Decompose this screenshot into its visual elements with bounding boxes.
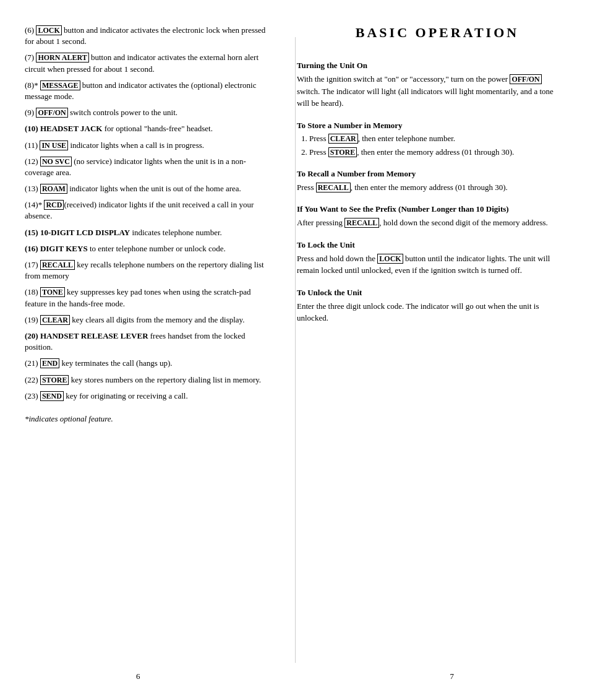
item-number: (17) — [25, 260, 40, 269]
list-item: (14)* RCD(received) indicator lights if … — [25, 199, 272, 222]
key-badge: SEND — [40, 391, 64, 401]
section-store-memory: To Store a Number in MemoryPress CLEAR, … — [297, 121, 565, 158]
list-item: (15) 10-DIGIT LCD DISPLAY indicates tele… — [25, 227, 272, 238]
key-badge: RCD — [44, 200, 64, 210]
section-lock: To Lock the UnitPress and hold down the … — [297, 240, 565, 277]
list-item: (23) SEND key for originating or receivi… — [25, 391, 272, 402]
section-heading: To Lock the Unit — [297, 240, 565, 250]
page-number-right: 7 — [450, 672, 455, 681]
section-body: Enter the three digit unlock code. The i… — [297, 300, 565, 324]
item-text: to enter telephone number or unlock code… — [88, 244, 226, 253]
item-text: key for originating or receiving a call. — [64, 391, 188, 400]
item-number: (12) — [25, 157, 40, 166]
section-body: After pressing RECALL, hold down the sec… — [297, 217, 565, 229]
list-item: (6) LOCK button and indicator activates … — [25, 25, 272, 47]
list-item: (7) HORN ALERT button and indicator acti… — [25, 52, 272, 74]
item-bold-label: DIGIT KEYS — [40, 244, 88, 253]
key-badge: LOCK — [36, 25, 61, 35]
key-badge: MESSAGE — [40, 80, 80, 90]
items-list: (6) LOCK button and indicator activates … — [25, 25, 272, 402]
key-badge: STORE — [40, 375, 69, 385]
item-bold-label: HANDSET RELEASE LEVER — [40, 331, 148, 340]
key-badge: RECALL — [40, 260, 75, 270]
item-bold-label: HEADSET JACK — [40, 124, 103, 133]
item-text: indicator lights when the unit is out of… — [67, 184, 241, 193]
item-number: (15) — [25, 228, 40, 237]
list-item: (12) NO SVC (no service) indicator light… — [25, 156, 272, 178]
right-column: Turning the Unit OnWith the ignition swi… — [284, 0, 590, 700]
list-item: (21) END key terminates the call (hangs … — [25, 358, 272, 369]
left-column: (6) LOCK button and indicator activates … — [0, 0, 284, 700]
steps-list: Press CLEAR, then enter telephone number… — [309, 133, 565, 158]
section-heading: To Store a Number in Memory — [297, 121, 565, 131]
section-body: Press and hold down the LOCK button unti… — [297, 253, 565, 277]
key-badge: TONE — [40, 287, 65, 297]
item-text: indicator lights when a call is in progr… — [68, 140, 204, 150]
item-number: (6) — [25, 25, 36, 35]
item-text: switch controls power to the unit. — [68, 108, 177, 117]
item-number: (18) — [25, 287, 40, 296]
section-body: Press RECALL, then enter the memory addr… — [297, 181, 565, 194]
section-heading: To Unlock the Unit — [297, 288, 565, 298]
section-heading: To Recall a Number from Memory — [297, 169, 565, 179]
sections-list: Turning the Unit OnWith the ignition swi… — [297, 61, 565, 324]
section-turning-on: Turning the Unit OnWith the ignition swi… — [297, 61, 565, 110]
item-number: (7) — [25, 53, 36, 62]
step-item: Press CLEAR, then enter telephone number… — [309, 133, 565, 144]
key-badge: OFF/ON — [36, 108, 67, 118]
key-badge: END — [40, 358, 59, 368]
list-item: (9) OFF/ON switch controls power to the … — [25, 107, 272, 118]
key-badge: CLEAR — [40, 315, 70, 325]
item-number: (22) — [25, 375, 40, 384]
key-badge: RECALL — [344, 218, 379, 228]
item-number: (11) — [25, 140, 40, 150]
step-item: Press STORE, then enter the memory addre… — [309, 147, 565, 158]
list-item: (22) STORE key stores numbers on the rep… — [25, 374, 272, 386]
section-body: With the ignition switch at "on" or "acc… — [297, 73, 565, 110]
item-number: (14)* — [25, 200, 44, 209]
item-text: indicates telephone number. — [130, 228, 222, 237]
list-item: (11) IN USE indicator lights when a call… — [25, 140, 272, 151]
item-number: (16) — [25, 244, 40, 253]
item-number: (23) — [25, 391, 40, 400]
item-number: (20) — [25, 331, 40, 340]
list-item: (8)* MESSAGE button and indicator activa… — [25, 80, 272, 102]
list-item: (17) RECALL key recalls telephone number… — [25, 259, 272, 282]
section-heading: If You Want to See the Prefix (Number Lo… — [297, 204, 565, 214]
item-text: for optional "hands-free" headset. — [102, 124, 212, 133]
page-title: BASIC OPERATION — [284, 12, 590, 53]
item-text: key clears all digits from the memory an… — [70, 315, 245, 324]
section-recall-memory: To Recall a Number from MemoryPress RECA… — [297, 169, 565, 194]
list-item: (13) ROAM indicator lights when the unit… — [25, 183, 272, 194]
key-badge: OFF/ON — [510, 74, 541, 84]
key-badge: STORE — [328, 147, 357, 157]
key-badge: NO SVC — [40, 157, 72, 166]
list-item: (16) DIGIT KEYS to enter telephone numbe… — [25, 243, 272, 254]
item-number: (19) — [25, 315, 40, 324]
key-badge: CLEAR — [328, 134, 358, 144]
list-item: (19) CLEAR key clears all digits from th… — [25, 314, 272, 326]
page-number-left: 6 — [136, 672, 140, 681]
list-item: (18) TONE key suppresses key pad tones w… — [25, 287, 272, 309]
key-badge: ROAM — [40, 184, 67, 194]
key-badge: RECALL — [316, 183, 351, 192]
key-badge: LOCK — [377, 254, 403, 264]
item-bold-label: 10-DIGIT LCD DISPLAY — [40, 228, 130, 237]
item-text: key terminates the call (hangs up). — [59, 358, 172, 368]
footnote: *indicates optional feature. — [25, 414, 272, 424]
item-number: (21) — [25, 358, 40, 368]
section-heading: Turning the Unit On — [297, 61, 565, 71]
item-number: (8)* — [25, 80, 40, 90]
key-badge: HORN ALERT — [36, 53, 88, 63]
item-text: key stores numbers on the repertory dial… — [69, 375, 261, 384]
list-item: (10) HEADSET JACK for optional "hands-fr… — [25, 123, 272, 134]
section-prefix: If You Want to See the Prefix (Number Lo… — [297, 204, 565, 229]
item-number: (9) — [25, 108, 36, 117]
list-item: (20) HANDSET RELEASE LEVER frees handset… — [25, 331, 272, 353]
item-number: (13) — [25, 184, 40, 193]
section-unlock: To Unlock the UnitEnter the three digit … — [297, 288, 565, 324]
key-badge: IN USE — [40, 140, 68, 150]
item-number: (10) — [25, 124, 40, 133]
